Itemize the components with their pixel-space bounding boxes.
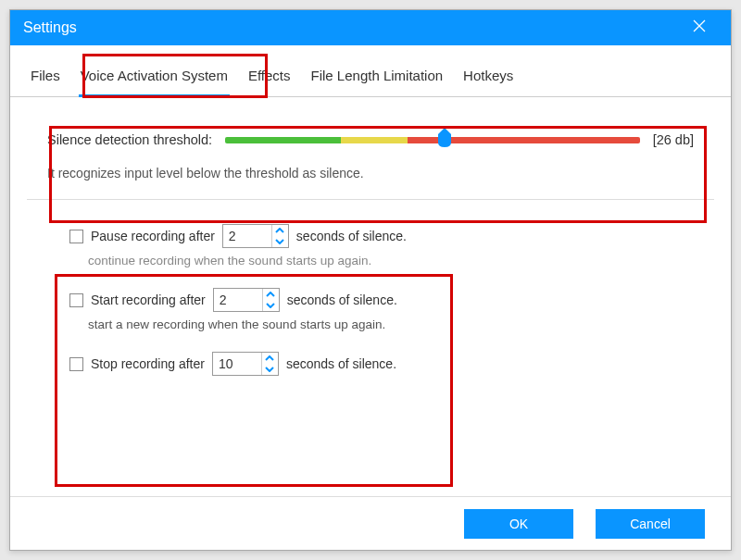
start-seconds-spinner[interactable]: 2 xyxy=(213,288,280,312)
threshold-value: [26 db] xyxy=(653,132,694,147)
start-checkbox[interactable] xyxy=(69,293,83,307)
spinner-up-button[interactable] xyxy=(262,353,278,364)
settings-window: Settings Files Voice Activation System E… xyxy=(9,9,732,551)
slider-thumb[interactable] xyxy=(437,128,452,148)
slider-track xyxy=(225,137,640,143)
stop-option: Stop recording after 10 seconds of silen… xyxy=(62,352,694,376)
chevron-up-icon xyxy=(265,355,274,361)
spinner-down-button[interactable] xyxy=(262,364,278,375)
tab-voice-activation-system[interactable]: Voice Activation System xyxy=(77,62,232,96)
tab-strip: Files Voice Activation System Effects Fi… xyxy=(10,45,731,97)
spinner-down-button[interactable] xyxy=(272,236,288,247)
pause-seconds-spinner[interactable]: 2 xyxy=(222,224,289,248)
pause-checkbox[interactable] xyxy=(69,230,83,243)
stop-seconds-spinner[interactable]: 10 xyxy=(212,352,279,376)
tab-file-length-limitation[interactable]: File Length Limitation xyxy=(308,62,447,96)
ok-button[interactable]: OK xyxy=(464,509,573,539)
threshold-section: Silence detection threshold: [26 db] It … xyxy=(10,97,731,199)
chevron-up-icon xyxy=(275,228,284,233)
threshold-label: Silence detection threshold: xyxy=(47,132,212,147)
pause-option: Pause recording after 2 seconds of silen… xyxy=(62,224,694,268)
tab-effects[interactable]: Effects xyxy=(245,62,295,96)
tab-hotkeys[interactable]: Hotkeys xyxy=(459,62,517,96)
chevron-down-icon xyxy=(266,303,275,308)
pause-label-before: Pause recording after xyxy=(91,229,215,243)
pause-subhint: continue recording when the sound starts… xyxy=(88,254,694,268)
chevron-down-icon xyxy=(275,239,284,244)
start-label-after: seconds of silence. xyxy=(287,292,397,307)
spinner-up-button[interactable] xyxy=(272,225,288,236)
pause-label-after: seconds of silence. xyxy=(296,229,407,243)
options-section: Pause recording after 2 seconds of silen… xyxy=(10,200,731,394)
stop-checkbox[interactable] xyxy=(69,357,83,371)
threshold-slider[interactable] xyxy=(225,131,640,149)
tab-files[interactable]: Files xyxy=(27,62,64,96)
dialog-footer: OK Cancel xyxy=(10,496,731,550)
stop-label-after: seconds of silence. xyxy=(286,356,396,371)
start-subhint: start a new recording when the sound sta… xyxy=(88,317,694,331)
spinner-down-button[interactable] xyxy=(263,300,279,311)
window-title: Settings xyxy=(23,19,681,36)
start-label-before: Start recording after xyxy=(91,292,206,307)
threshold-row: Silence detection threshold: [26 db] xyxy=(47,131,694,149)
stop-label-before: Stop recording after xyxy=(91,356,205,371)
close-button[interactable] xyxy=(681,10,718,45)
stop-seconds-value[interactable]: 10 xyxy=(213,353,261,375)
start-option: Start recording after 2 seconds of silen… xyxy=(62,288,694,331)
start-seconds-value[interactable]: 2 xyxy=(214,289,262,311)
close-icon xyxy=(693,19,706,36)
pause-seconds-value[interactable]: 2 xyxy=(223,225,271,247)
chevron-down-icon xyxy=(265,367,274,372)
titlebar: Settings xyxy=(10,10,731,45)
chevron-up-icon xyxy=(266,292,275,297)
spinner-up-button[interactable] xyxy=(263,289,279,300)
cancel-button[interactable]: Cancel xyxy=(596,509,705,539)
threshold-hint: It recognizes input level below the thre… xyxy=(47,166,694,180)
